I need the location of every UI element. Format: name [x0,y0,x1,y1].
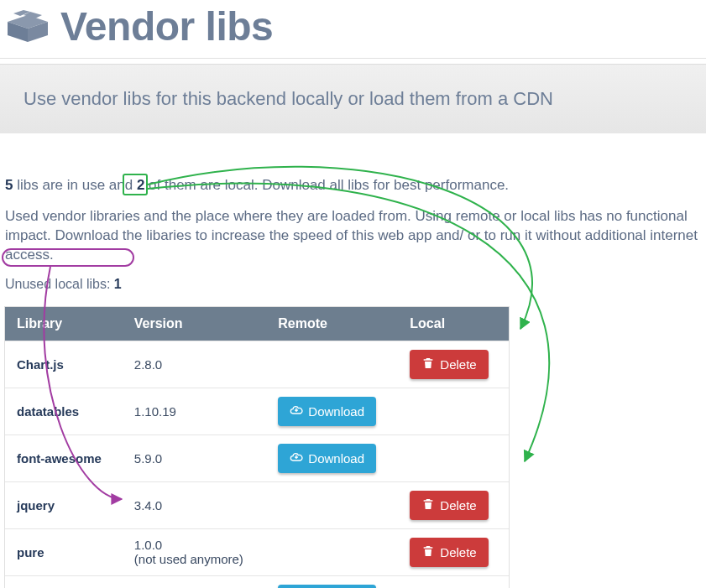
cell-local [398,434,509,481]
cell-library: pure [5,575,123,588]
cell-library: jquery [5,481,123,528]
box-icon [5,10,50,44]
cell-local [398,388,509,434]
trash-icon [421,497,435,513]
cell-library: datatables [5,388,123,434]
cell-remote [266,528,398,575]
cell-local [398,575,509,588]
table-row: jquery3.4.0Delete [5,481,509,528]
delete-button[interactable]: Delete [410,538,488,567]
page-header: Vendor libs [0,0,706,59]
cell-library: Chart.js [5,341,123,388]
table-row: pure1.0.1Download [5,575,509,588]
col-remote: Remote [266,307,398,341]
cell-version: 1.0.1 [123,575,267,588]
cell-remote: Download [266,388,398,434]
page-title: Vendor libs [60,3,273,49]
table-row: pure1.0.0(not used anymore)Delete [5,528,509,575]
cell-local: Delete [398,341,509,388]
delete-button[interactable]: Delete [410,491,488,520]
cell-local: Delete [398,481,509,528]
col-library: Library [5,307,123,341]
cell-version: 5.9.0 [123,434,267,481]
table-row: font-awesome5.9.0Download [5,434,509,481]
summary-line: 5 libs are in use and 2 of them are loca… [5,177,701,194]
cell-version: 3.4.0 [123,481,267,528]
cell-version: 2.8.0 [123,341,267,388]
cloud-download-icon [290,403,303,419]
delete-button[interactable]: Delete [410,350,488,379]
annotation-box-local-count [123,174,148,195]
table-row: datatables1.10.19Download [5,388,509,434]
table-row: Chart.js2.8.0Delete [5,341,509,388]
cell-remote [266,481,398,528]
cell-version: 1.10.19 [123,388,267,434]
cell-library: font-awesome [5,434,123,481]
cell-remote [266,341,398,388]
cell-remote: Download [266,575,398,588]
download-button[interactable]: Download [278,585,376,588]
unused-line: Unused local libs: 1 [5,277,701,292]
col-local: Local [398,307,509,341]
cloud-download-icon [290,450,303,466]
libs-table: Library Version Remote Local Chart.js2.8… [5,307,509,588]
cell-library: pure [5,528,123,575]
banner-text: Use vendor libs for this backend locally… [24,88,682,110]
unused-count: 1 [114,277,122,291]
cell-remote: Download [266,434,398,481]
trash-icon [421,356,435,372]
cell-version: 1.0.0(not used anymore) [123,528,267,575]
download-button[interactable]: Download [278,444,376,473]
banner: Use vendor libs for this backend locally… [0,64,706,133]
col-version: Version [123,307,267,341]
annotation-box-unused [2,248,134,267]
download-button[interactable]: Download [278,397,376,426]
trash-icon [421,544,435,560]
cell-local: Delete [398,528,509,575]
